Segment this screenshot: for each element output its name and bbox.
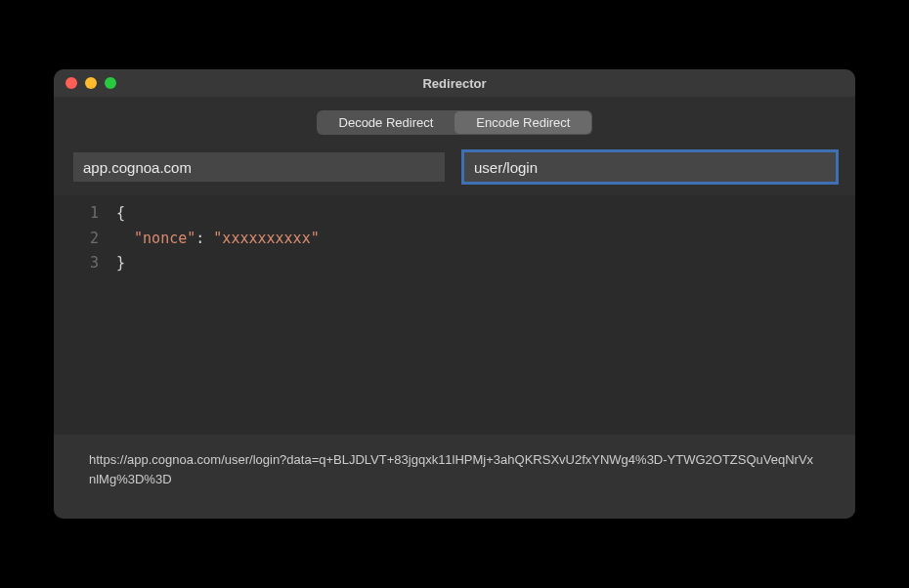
mode-segmented-control: Decode Redirect Encode Redirect [54, 110, 855, 135]
line-number: 2 [54, 227, 116, 252]
maximize-icon[interactable] [105, 77, 116, 89]
code-line: 2 "nonce": "xxxxxxxxxx" [54, 227, 855, 252]
tab-encode[interactable]: Encode Redirect [454, 111, 591, 134]
app-window: Redirector Decode Redirect Encode Redire… [54, 69, 855, 519]
json-key: "nonce" [134, 230, 195, 247]
traffic-lights [54, 77, 116, 89]
code-line: 3 } [54, 251, 855, 276]
output-url-area: https://app.cognoa.com/user/login?data=q… [54, 435, 855, 519]
json-value: "xxxxxxxxxx" [213, 230, 319, 247]
tab-decode[interactable]: Decode Redirect [318, 111, 455, 134]
window-title: Redirector [54, 76, 855, 91]
encoded-url: https://app.cognoa.com/user/login?data=q… [89, 452, 813, 486]
path-input[interactable] [464, 152, 836, 182]
json-editor[interactable]: 1 { 2 "nonce": "xxxxxxxxxx" 3 } [54, 195, 855, 435]
close-icon[interactable] [65, 77, 77, 89]
code-line: 1 { [54, 201, 855, 227]
line-number: 3 [54, 251, 116, 276]
titlebar: Redirector [54, 69, 855, 97]
line-number: 1 [54, 201, 116, 227]
domain-input[interactable] [73, 152, 445, 182]
input-row [54, 152, 855, 182]
minimize-icon[interactable] [85, 77, 97, 89]
